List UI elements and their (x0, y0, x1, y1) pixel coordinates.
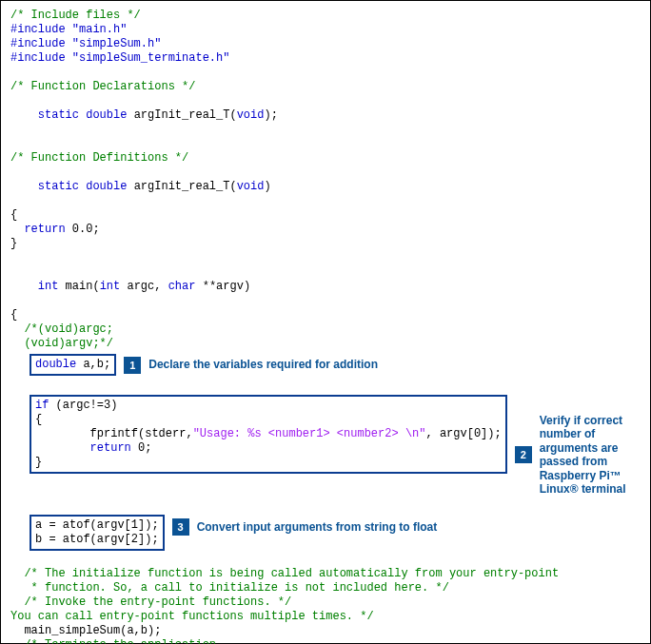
commented-argv: (void)argv;*/ (10, 337, 641, 351)
include-terminate: #include "simpleSum_terminate.h" (10, 51, 641, 66)
call-main-simplesum: main_simpleSum(a,b); (10, 624, 641, 638)
annotation-badge-3: 3 (172, 518, 189, 536)
main-sig: int main(int argc, char **argv) (10, 265, 641, 308)
include-main: #include "main.h" (10, 23, 641, 37)
return-zero: return 0.0; (10, 223, 641, 237)
def-arginit: static double argInit_real_T(void) (10, 166, 641, 208)
brace-open-main: { (10, 308, 641, 322)
comment-init2: * function. So, a call to initialize is … (10, 581, 641, 595)
comment-invoke: /* Invoke the entry-point functions. */ (10, 595, 641, 610)
include-simplesum: #include "simpleSum.h" (10, 37, 641, 51)
comment-terminate: /* Terminate the application. (10, 638, 641, 644)
comment-init1: /* The initialize function is being call… (10, 567, 641, 581)
comment-include: /* Include files */ (10, 9, 641, 23)
commented-argc: /*(void)argc; (10, 322, 641, 337)
comment-def: /* Function Definitions */ (10, 151, 641, 166)
brace-open: { (10, 208, 641, 223)
comment-decl: /* Function Declarations */ (10, 80, 641, 94)
box-atof: a = atof(argv[1]); b = atof(argv[2]); (30, 515, 165, 551)
annotation-badge-2: 2 (515, 446, 532, 463)
annotation-text-3: Convert input arguments from string to f… (197, 520, 438, 534)
annotation-badge-1: 1 (124, 357, 141, 374)
code-screenshot: /* Include files */ #include "main.h" #i… (0, 0, 651, 644)
annotation-text-1: Declare the variables required for addit… (148, 358, 378, 371)
comment-multi: You can call entry-point functions multi… (10, 610, 641, 624)
brace-close: } (10, 237, 641, 251)
box-argc-check: if (argc!=3) { fprintf(stderr,"Usage: %s… (30, 395, 507, 474)
decl-arginit: static double argInit_real_T(void); (10, 94, 641, 137)
box-declare-vars: double a,b; (30, 354, 116, 376)
annotation-text-2: Verify if correct number of arguments ar… (540, 414, 641, 496)
